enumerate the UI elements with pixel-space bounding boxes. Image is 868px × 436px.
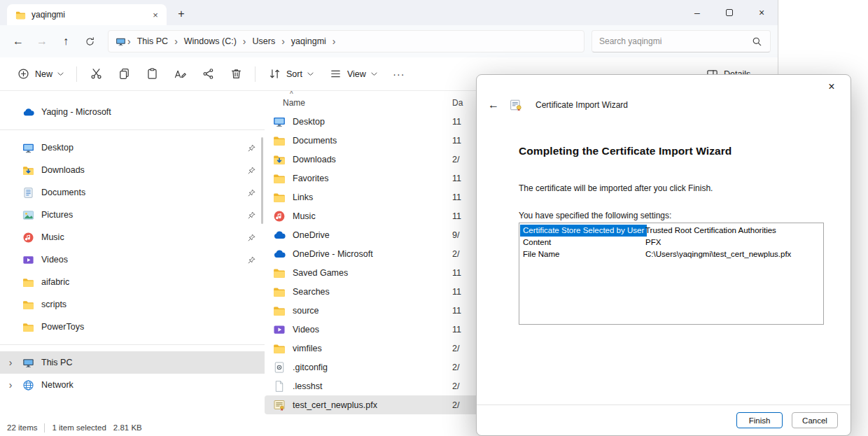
settings-box[interactable]: Certificate Store Selected by UserTruste… xyxy=(519,223,824,325)
file-date-modified: 9/ xyxy=(452,230,459,240)
folder-icon xyxy=(22,321,34,333)
view-icon xyxy=(329,67,342,80)
sidebar-item-desktop[interactable]: Desktop xyxy=(0,136,265,159)
folder-icon xyxy=(273,342,286,355)
file-name: .lesshst xyxy=(293,381,322,391)
folder-icon xyxy=(22,299,34,311)
file-date-modified: 2/ xyxy=(452,363,459,372)
music-icon xyxy=(22,232,34,244)
dialog-close-icon[interactable]: × xyxy=(818,78,845,96)
setting-value: PFX xyxy=(644,237,822,248)
breadcrumb-separator-icon: › xyxy=(331,36,337,47)
sidebar-item-scripts[interactable]: scripts xyxy=(0,293,265,316)
sidebar-item-network[interactable]: ›Network xyxy=(0,374,265,396)
copy-button[interactable] xyxy=(111,62,137,86)
rename-button[interactable] xyxy=(167,62,193,86)
cut-button[interactable] xyxy=(83,62,109,86)
file-name: Downloads xyxy=(293,155,336,164)
breadcrumb-separator-icon: › xyxy=(173,36,179,47)
sidebar-item-label: scripts xyxy=(41,300,256,309)
sidebar-item-label: Yaqing - Microsoft xyxy=(41,107,256,117)
sidebar-item-yaqing-microsoft[interactable]: Yaqing - Microsoft xyxy=(0,101,265,123)
thispc-icon xyxy=(22,357,34,369)
tab-title: yaqingmi xyxy=(31,10,143,20)
setting-value: C:\Users\yaqingmi\test_cert_newplus.pfx xyxy=(644,248,822,260)
close-button[interactable]: × xyxy=(746,0,778,25)
folder-icon xyxy=(273,304,286,317)
breadcrumb-item-this-pc[interactable]: This PC xyxy=(132,34,173,48)
certificate-import-wizard-dialog: × ← Certificate Import Wizard Completing… xyxy=(476,74,851,436)
finish-button[interactable]: Finish xyxy=(736,412,783,428)
gearfile-icon xyxy=(273,361,286,374)
forward-button[interactable]: → xyxy=(31,30,53,52)
sidebar-item-videos[interactable]: Videos xyxy=(0,248,265,271)
new-tab-button[interactable]: + xyxy=(172,5,190,23)
back-button[interactable]: ← xyxy=(7,30,29,52)
sidebar-scrollbar[interactable] xyxy=(261,137,263,224)
tab-close-icon[interactable]: × xyxy=(148,8,162,22)
pin-icon xyxy=(247,233,256,242)
breadcrumb-item-windows-c[interactable]: Windows (C:) xyxy=(179,34,241,48)
sidebar-divider xyxy=(0,344,265,345)
file-name: Searches xyxy=(293,287,330,297)
file-date-modified: 11 xyxy=(452,268,461,278)
sidebar-divider xyxy=(0,129,265,130)
maximize-button[interactable] xyxy=(713,0,746,25)
file-name: Saved Games xyxy=(293,268,348,278)
sidebar-item-label: aifabric xyxy=(41,277,256,287)
breadcrumb-item-users[interactable]: Users xyxy=(247,34,280,48)
file-date-modified: 11 xyxy=(452,174,461,183)
certificate-wizard-icon xyxy=(510,99,522,111)
paste-button[interactable] xyxy=(139,62,165,86)
setting-row-content[interactable]: ContentPFX xyxy=(520,237,822,248)
cancel-button[interactable]: Cancel xyxy=(792,412,838,428)
file-name: Documents xyxy=(293,136,337,146)
more-options-button[interactable]: ··· xyxy=(386,62,412,86)
search-input[interactable] xyxy=(599,36,751,46)
downloads-icon xyxy=(22,164,34,176)
setting-key: Content xyxy=(520,237,554,248)
sidebar-item-downloads[interactable]: Downloads xyxy=(0,159,265,181)
folder-icon xyxy=(273,191,286,204)
up-button[interactable]: ↑ xyxy=(55,30,77,52)
toolbar-divider xyxy=(76,66,77,82)
file-date-modified: 11 xyxy=(452,211,461,221)
sidebar-item-pictures[interactable]: Pictures xyxy=(0,204,265,226)
plus-icon xyxy=(17,67,30,80)
network-icon xyxy=(22,379,34,391)
videos-icon xyxy=(22,254,34,266)
setting-row-certificate-store-selected-by-user[interactable]: Certificate Store Selected by UserTruste… xyxy=(520,225,822,237)
breadcrumb-item-yaqingmi[interactable]: yaqingmi xyxy=(286,34,331,48)
view-button[interactable]: View xyxy=(322,62,384,86)
expand-chevron-icon[interactable]: › xyxy=(6,379,15,391)
pin-icon xyxy=(247,188,256,197)
cloud-icon xyxy=(273,248,286,260)
address-bar[interactable]: ›This PC›Windows (C:)›Users›yaqingmi› xyxy=(108,30,584,52)
sidebar-item-powertoys[interactable]: PowerToys xyxy=(0,316,265,338)
sort-button[interactable]: Sort xyxy=(261,62,321,86)
dialog-back-icon[interactable]: ← xyxy=(488,99,503,111)
file-date-modified: 2/ xyxy=(452,400,459,410)
sidebar-item-music[interactable]: Music xyxy=(0,226,265,248)
explorer-tab[interactable]: yaqingmi × xyxy=(7,4,167,25)
this-pc-icon xyxy=(115,36,126,47)
selection-size: 2.81 KB xyxy=(113,423,142,432)
setting-row-file-name[interactable]: File NameC:\Users\yaqingmi\test_cert_new… xyxy=(520,248,822,260)
share-button[interactable] xyxy=(195,62,221,86)
delete-button[interactable] xyxy=(223,62,249,86)
sidebar-item-this-pc[interactable]: ›This PC xyxy=(0,351,265,374)
file-date-modified: 2/ xyxy=(452,381,459,391)
name-column-header[interactable]: Name xyxy=(283,98,305,108)
file-name: Music xyxy=(293,211,316,221)
folder-icon xyxy=(273,134,286,147)
sidebar-item-aifabric[interactable]: aifabric xyxy=(0,271,265,293)
sidebar-item-documents[interactable]: Documents xyxy=(0,181,265,204)
sidebar-item-label: Desktop xyxy=(41,143,240,153)
file-name: source xyxy=(293,306,319,316)
date-column-header[interactable]: Da xyxy=(452,98,463,108)
minimize-button[interactable]: – xyxy=(681,0,713,25)
new-button[interactable]: New xyxy=(10,62,71,86)
search-box[interactable] xyxy=(592,30,771,52)
expand-chevron-icon[interactable]: › xyxy=(6,357,15,368)
refresh-button[interactable] xyxy=(78,30,101,52)
